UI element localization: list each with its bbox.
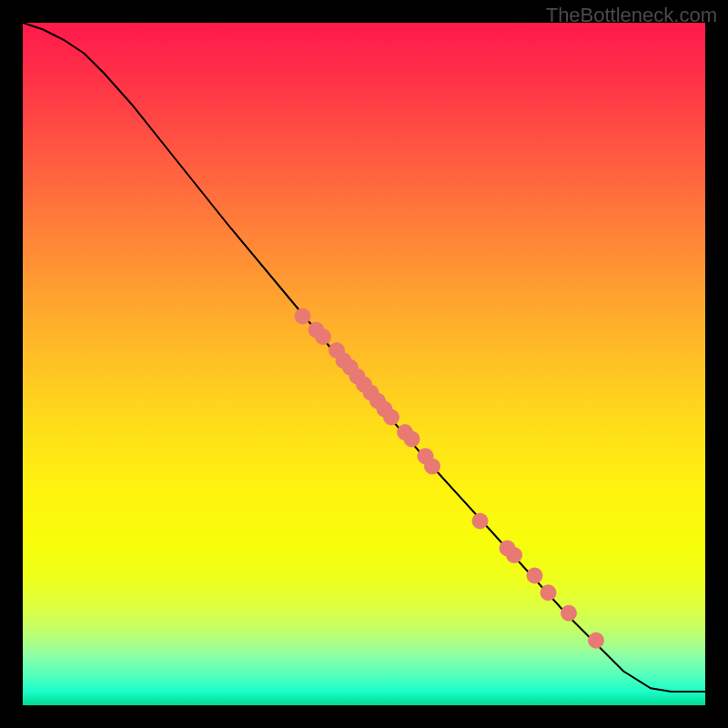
data-point <box>527 568 543 584</box>
plot-area <box>23 23 705 705</box>
watermark-text: TheBottleneck.com <box>546 4 717 27</box>
data-point <box>561 605 577 622</box>
data-point <box>315 329 331 345</box>
data-points-group <box>295 308 605 649</box>
chart-svg <box>23 23 705 705</box>
data-point <box>404 431 420 448</box>
data-point <box>506 547 522 563</box>
data-point <box>383 410 399 426</box>
data-point <box>541 584 557 601</box>
data-point <box>424 459 440 475</box>
data-point <box>588 632 604 649</box>
data-point <box>472 513 489 530</box>
data-point <box>295 308 311 325</box>
bottleneck-curve <box>23 23 705 692</box>
